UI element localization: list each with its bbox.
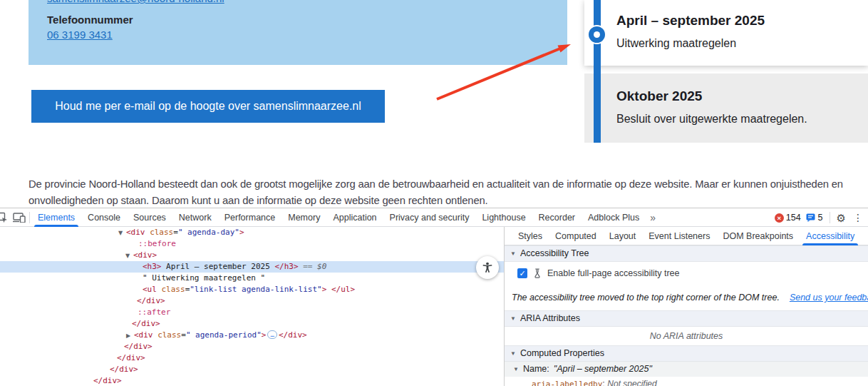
code-token: <ul (143, 285, 162, 294)
sidebar-tab-event-listeners[interactable]: Event Listeners (642, 227, 716, 245)
tree-row-before-pseudo[interactable]: ::before (0, 238, 504, 250)
tree-row-h3-selected[interactable]: <h3> April – september 2025 </h3> == $0 (0, 261, 504, 273)
tree-row-close-div[interactable]: </div> (0, 295, 504, 307)
code-token: </div> (110, 365, 138, 374)
tree-row-close-div[interactable]: </div> (0, 364, 504, 375)
timeline-item-title: Oktober 2025 (616, 88, 868, 105)
code-token: $0 (317, 262, 326, 271)
tree-row-ul[interactable]: <ul class="link-list agenda-link-list"> … (0, 284, 504, 295)
devtools-body: ▼<div class=" agenda-day"> ::before ▼<di… (0, 227, 868, 386)
accessibility-person-button[interactable] (476, 256, 499, 279)
timeline: April – september 2025 Uitwerking maatre… (584, 0, 868, 143)
tab-lighthouse[interactable]: Lighthouse (475, 208, 532, 227)
sidebar-tab-computed[interactable]: Computed (549, 227, 603, 245)
code-token: </div> (137, 296, 165, 305)
timeline-marker-dot (587, 25, 606, 44)
code-token: </div> (124, 342, 153, 351)
enable-a11y-tree-row: ✓ Enable full-page accessibility tree (505, 262, 868, 285)
sidebar-tab-styles[interactable]: Styles (512, 227, 549, 245)
issues-icon (806, 213, 816, 222)
sidebar-tab-accessibility[interactable]: Accessibility (800, 227, 861, 245)
sidebar-tabs: Styles Computed Layout Event Listeners D… (505, 227, 868, 245)
accessibility-tree-section-header[interactable]: ▼ Accessibility Tree (505, 245, 868, 262)
tree-row-agenda-period[interactable]: ▶<div class=" agenda-period">…</div> (0, 330, 504, 341)
phone-label: Telefoonnummer (47, 14, 133, 26)
sidebar-tab-layout[interactable]: Layout (603, 227, 643, 245)
error-badge[interactable]: × 154 (775, 213, 801, 223)
computed-name-label: Name: (523, 362, 549, 377)
code-token: </ul> (331, 285, 355, 294)
aria-labelledby-row: aria-labelledby: Not specified (505, 377, 868, 386)
tab-application[interactable]: Application (326, 208, 383, 227)
code-token: </div> (279, 330, 307, 340)
code-token: > (322, 285, 331, 294)
feedback-link[interactable]: Send us your feedback. (790, 293, 868, 303)
error-count: 154 (786, 213, 801, 223)
tab-memory[interactable]: Memory (281, 208, 326, 227)
notice-text: The accessibility tree moved to the top … (512, 293, 780, 303)
tab-console[interactable]: Console (81, 208, 127, 227)
chevron-down-icon: ▼ (510, 310, 516, 327)
tab-network[interactable]: Network (172, 208, 218, 227)
email-updates-button[interactable]: Houd me per e-mail op de hoogte over sam… (31, 90, 385, 123)
tab-privacy-and-security[interactable]: Privacy and security (383, 208, 476, 227)
toolbar-right-cluster: × 154 5 ⚙ ⋮ (775, 208, 865, 227)
tab-elements[interactable]: Elements (31, 208, 81, 227)
tab-performance[interactable]: Performance (218, 208, 282, 227)
code-token: " Uitwerking maatregelen " (143, 273, 265, 283)
no-aria-attributes-text: No ARIA attributes (505, 327, 868, 345)
inspect-element-icon[interactable] (0, 209, 11, 226)
tree-row-close-div[interactable]: </div> (0, 318, 504, 330)
phone-link[interactable]: 06 3199 3431 (47, 29, 113, 41)
timeline-item-april-september: April – september 2025 Uitwerking maatre… (584, 0, 868, 66)
timeline-bar (594, 0, 601, 143)
section-title: Computed Properties (520, 345, 604, 362)
more-tabs-icon[interactable]: » (646, 208, 660, 227)
section-title: Accessibility Tree (520, 245, 589, 262)
tree-row-agenda-day-open[interactable]: ▼<div class=" agenda-day"> (0, 227, 504, 238)
settings-gear-icon[interactable]: ⚙ (837, 213, 846, 223)
code-token: ::after (138, 308, 170, 317)
computed-properties-section-header[interactable]: ▼ Computed Properties (505, 345, 868, 362)
tab-adblock-plus[interactable]: Adblock Plus (582, 208, 646, 227)
sidebar-tab-dom-breakpoints[interactable]: DOM Breakpoints (716, 227, 800, 245)
tree-row-div-open[interactable]: ▼<div> (0, 250, 504, 261)
code-token: " agenda-period" (186, 330, 262, 340)
elements-tree-panel: ▼<div class=" agenda-day"> ::before ▼<di… (0, 227, 504, 386)
a11y-moved-notice: The accessibility tree moved to the top … (505, 285, 868, 310)
code-token: </div> (93, 376, 122, 385)
timeline-marker-dot-center (594, 31, 600, 38)
webpage-content: samenslimnaarzee@noord-holland.nl Telefo… (0, 0, 868, 208)
device-toolbar-icon[interactable] (11, 209, 28, 226)
expander-icon: ▶ (126, 330, 134, 342)
code-token: class (157, 330, 181, 340)
tree-row-close-div[interactable]: </div> (0, 375, 504, 386)
tree-row-text-node[interactable]: " Uitwerking maatregelen " (0, 273, 504, 284)
expand-children-icon[interactable]: … (267, 330, 277, 339)
disclaimer-text: De provincie Noord-Holland besteedt dan … (29, 176, 852, 209)
property-key: aria-labelledby (532, 380, 602, 386)
chevron-down-icon: ▼ (510, 245, 516, 262)
code-token: "link-list agenda-link-list" (190, 285, 321, 294)
email-link[interactable]: samenslimnaarzee@noord-holland.nl (47, 0, 224, 4)
tree-row-close-div[interactable]: </div> (0, 341, 504, 352)
code-token: = (181, 330, 186, 340)
aria-attributes-section-header[interactable]: ▼ ARIA Attributes (505, 310, 868, 327)
kebab-menu-icon[interactable]: ⋮ (851, 213, 865, 223)
devtools-toolbar: Elements Console Sources Network Perform… (0, 208, 868, 227)
code-token: class (162, 285, 185, 294)
devtools-sidebar: Styles Computed Layout Event Listeners D… (504, 227, 868, 386)
tab-recorder[interactable]: Recorder (532, 208, 582, 227)
code-token: </div> (132, 319, 160, 328)
tab-sources[interactable]: Sources (127, 208, 172, 227)
toolbar-divider (29, 212, 30, 223)
enable-a11y-checkbox[interactable]: ✓ (517, 268, 527, 278)
tree-row-close-div[interactable]: </div> (0, 352, 504, 364)
issues-badge[interactable]: 5 (806, 213, 823, 223)
tree-row-after-pseudo[interactable]: ::after (0, 307, 504, 318)
issue-count: 5 (818, 213, 823, 223)
enable-a11y-label: Enable full-page accessibility tree (547, 268, 680, 278)
timeline-item-title: April – september 2025 (616, 12, 868, 29)
timeline-item-desc: Besluit over uitgewerkte maatregelen. (616, 113, 868, 126)
computed-name-row[interactable]: ▼ Name: "April – september 2025" (505, 362, 868, 377)
